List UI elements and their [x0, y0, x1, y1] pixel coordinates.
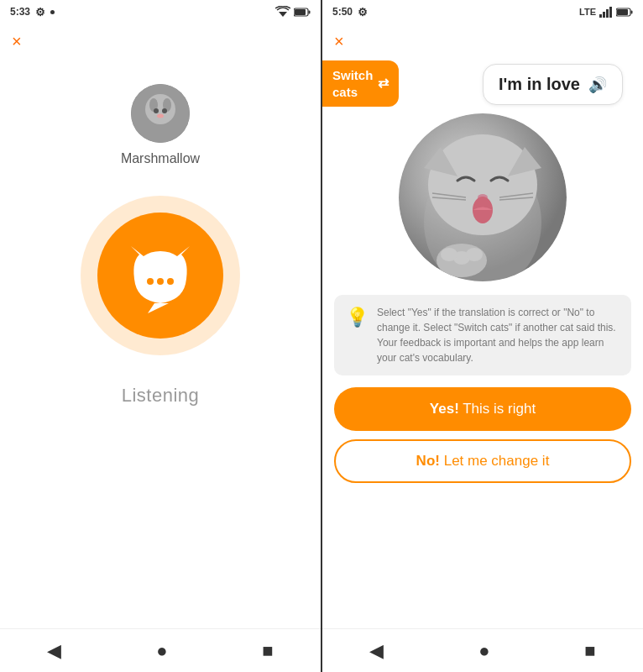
wifi-icon-left	[275, 6, 290, 18]
svg-marker-0	[279, 12, 287, 17]
cat-photo-right	[399, 113, 567, 281]
bulb-icon: 💡	[346, 307, 369, 328]
speech-bubble: I'm in love 🔊	[483, 64, 623, 105]
cat-photo	[399, 113, 567, 281]
speech-text: I'm in love	[499, 75, 580, 94]
svg-rect-17	[606, 9, 609, 18]
svg-point-37	[441, 248, 457, 261]
cat-avatar	[131, 84, 190, 143]
signal-icon-right	[599, 7, 613, 18]
yes-button[interactable]: Yes! This is right	[334, 387, 631, 431]
svg-rect-20	[617, 9, 628, 15]
listening-label: Listening	[122, 385, 200, 407]
no-prefix: No!	[416, 453, 440, 469]
yes-suffix: This is right	[463, 401, 536, 417]
yes-prefix: Yes!	[430, 401, 459, 417]
nav-back-left[interactable]: ◀	[47, 640, 61, 662]
lte-label: LTE	[579, 7, 596, 17]
nav-bar-left: ◀ ● ■	[0, 628, 321, 672]
no-suffix: Let me change it	[444, 453, 550, 469]
cat-photo-left	[131, 84, 190, 143]
svg-rect-3	[309, 10, 311, 13]
close-button-left[interactable]: ×	[12, 32, 22, 51]
svg-rect-21	[631, 10, 633, 13]
cat-face-icon	[123, 238, 198, 313]
close-button-right[interactable]: ×	[334, 32, 344, 51]
svg-point-8	[154, 108, 159, 113]
right-content: × Switchcats ⇄ I'm in love 🔊	[322, 24, 643, 628]
svg-rect-2	[295, 9, 306, 15]
cat-name: Marshmallow	[121, 151, 200, 166]
battery-icon-left	[294, 8, 311, 17]
svg-point-36	[466, 248, 483, 261]
action-buttons: Yes! This is right No! Let me change it	[334, 387, 631, 483]
svg-point-14	[167, 278, 174, 285]
switch-cats-button[interactable]: Switchcats ⇄	[322, 60, 399, 107]
svg-marker-11	[148, 303, 169, 313]
info-box: 💡 Select "Yes" if the translation is cor…	[334, 295, 631, 375]
nav-recent-right[interactable]: ■	[584, 640, 595, 662]
status-time-left: 5:33	[10, 6, 30, 18]
gear-icon-left: ⚙	[35, 6, 45, 18]
svg-rect-16	[603, 12, 605, 18]
gear-icon-right: ⚙	[358, 6, 368, 18]
svg-point-9	[162, 108, 167, 113]
no-button[interactable]: No! Let me change it	[334, 439, 631, 483]
nav-recent-left[interactable]: ■	[262, 640, 273, 662]
info-text: Select "Yes" if the translation is corre…	[377, 305, 619, 365]
svg-point-13	[157, 278, 164, 285]
nav-home-right[interactable]: ●	[478, 640, 489, 662]
nav-bar-right: ◀ ● ■	[322, 628, 643, 672]
svg-point-10	[157, 114, 164, 118]
listen-button-container	[76, 192, 244, 360]
svg-point-12	[147, 278, 154, 285]
status-time-right: 5:50	[332, 6, 353, 18]
svg-rect-18	[609, 7, 612, 18]
svg-point-5	[145, 94, 175, 124]
switch-icon: ⇄	[378, 75, 389, 92]
svg-rect-15	[599, 14, 602, 18]
listen-button[interactable]	[97, 213, 223, 339]
switch-cats-label: Switchcats	[332, 67, 373, 100]
battery-icon-right	[616, 8, 633, 17]
nav-back-right[interactable]: ◀	[369, 640, 384, 662]
sound-icon[interactable]: 🔊	[588, 76, 607, 94]
nav-home-left[interactable]: ●	[156, 640, 167, 662]
dot-icon-left	[50, 10, 55, 14]
